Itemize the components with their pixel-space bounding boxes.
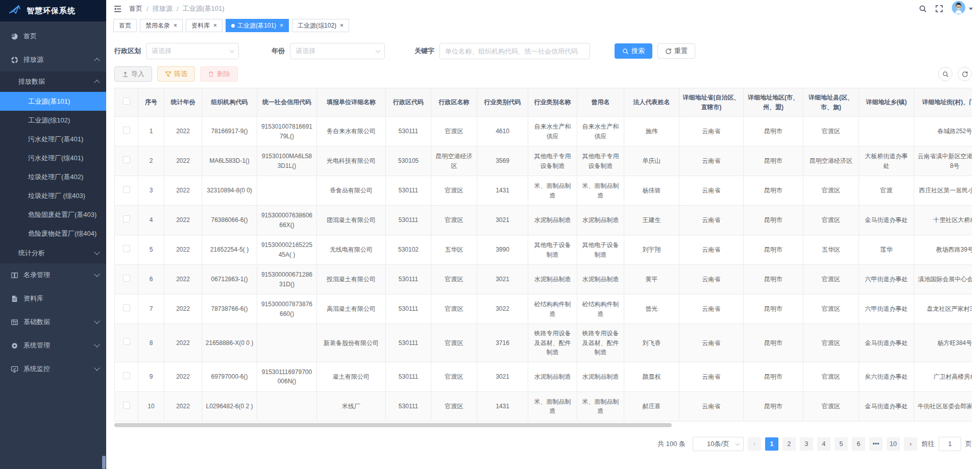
sidebar-item-0[interactable]: 首页: [0, 24, 106, 48]
row-checkbox[interactable]: [123, 156, 130, 163]
sidebar-item-8[interactable]: 垃圾处理厂 (综403): [0, 186, 106, 205]
sidebar-item-4[interactable]: 工业源(综102): [0, 111, 106, 130]
table-cell: 昆明市: [744, 176, 803, 206]
row-checkbox[interactable]: [123, 402, 130, 409]
sidebar-item-12[interactable]: 名录管理: [0, 263, 106, 287]
sidebar-item-11[interactable]: 统计分析: [0, 243, 106, 263]
sidebar-item-6[interactable]: 污水处理厂(综401): [0, 149, 106, 167]
table-cell: 其他电子专用设备制造: [577, 146, 624, 176]
close-icon[interactable]: ×: [213, 22, 217, 29]
table-cell: 米、面制品制造: [528, 391, 577, 421]
row-checkbox[interactable]: [123, 127, 130, 134]
table-cell: 盘龙社区严家村34号: [914, 294, 972, 324]
table-cell: 官渡区: [431, 391, 477, 421]
sidebar-item-label: 排放源: [23, 55, 43, 64]
book-icon: [10, 271, 18, 279]
row-checkbox[interactable]: [123, 338, 130, 345]
table-cell: 金马街道办事处: [859, 206, 914, 235]
row-checkbox[interactable]: [123, 186, 130, 193]
table-cell: 1431: [477, 391, 528, 421]
column-header-9: 曾用名: [577, 88, 624, 117]
table-cell: 530111: [386, 265, 431, 294]
region-select[interactable]: 请选择: [146, 43, 239, 59]
row-checkbox[interactable]: [123, 245, 130, 252]
prev-page-button[interactable]: ‹: [748, 437, 761, 451]
table-cell: 大板桥街道办事处: [859, 146, 914, 176]
select-all-checkbox[interactable]: [123, 97, 130, 105]
collapse-menu-icon[interactable]: [113, 5, 122, 13]
table-cell: 官渡区: [431, 117, 477, 146]
year-select[interactable]: 请选择: [290, 43, 385, 59]
close-icon[interactable]: ×: [280, 22, 283, 29]
table-cell: 云南省: [679, 235, 744, 265]
row-checkbox[interactable]: [123, 275, 130, 282]
sidebar: 智慧环保系统 首页排放源排放数据工业源(基101)工业源(综102)污水处理厂(…: [0, 0, 106, 469]
page-button-10[interactable]: 10: [887, 437, 900, 451]
next-page-button[interactable]: ›: [904, 437, 917, 451]
search-icon[interactable]: [919, 5, 927, 13]
table-cell: 牛街社区居委会郎家村40号: [914, 391, 972, 421]
column-search-icon[interactable]: [938, 67, 952, 81]
tab-3[interactable]: 工业源(基101)×: [226, 19, 289, 32]
reset-button[interactable]: 重置: [657, 43, 695, 59]
keyword-input[interactable]: [439, 43, 590, 59]
table-cell: 官渡区: [803, 117, 859, 146]
page-button-1[interactable]: 1: [765, 437, 778, 451]
sidebar-item-10[interactable]: 危险废物处置厂(综404): [0, 224, 106, 243]
row-checkbox[interactable]: [123, 304, 130, 311]
close-icon[interactable]: ×: [340, 22, 344, 29]
page-button-2[interactable]: 2: [782, 437, 796, 451]
table-cell: 1431: [477, 176, 528, 206]
sidebar-item-5[interactable]: 污水处理厂(基401): [0, 130, 106, 149]
sidebar-item-2[interactable]: 排放数据: [0, 71, 106, 92]
page-size-select[interactable]: 10条/页: [693, 437, 744, 451]
delete-button[interactable]: 删除: [200, 66, 238, 82]
main-area: 首页/排放源/工业源(基101) 首页禁用名录×资料库×工业源(基101)×工业…: [106, 0, 980, 469]
page-button-4[interactable]: 4: [817, 437, 830, 451]
sidebar-scrollbar-thumb[interactable]: [102, 456, 106, 469]
filter-button[interactable]: 筛选: [157, 66, 195, 82]
sidebar-item-1[interactable]: 排放源: [0, 48, 106, 71]
tab-2[interactable]: 资料库×: [186, 19, 223, 32]
horizontal-scrollbar-thumb[interactable]: [114, 423, 672, 427]
table-cell: 76386066-6(): [202, 206, 257, 235]
search-button[interactable]: 搜索: [615, 43, 652, 59]
table-cell: 4: [138, 206, 164, 235]
sidebar-item-16[interactable]: 系统监控: [0, 357, 106, 381]
sidebar-item-9[interactable]: 危险固废处置厂(基403): [0, 205, 106, 224]
table-cell: 滇池国际会展中心会展北路: [914, 265, 972, 294]
table-cell: 530111: [386, 176, 431, 206]
breadcrumb-item-0[interactable]: 首页: [129, 4, 142, 13]
sidebar-item-14[interactable]: 基础数据: [0, 310, 106, 334]
user-menu[interactable]: [951, 1, 973, 17]
more-pages-button[interactable]: •••: [869, 437, 883, 451]
row-checkbox[interactable]: [123, 372, 130, 379]
page-button-3[interactable]: 3: [800, 437, 813, 451]
fullscreen-icon[interactable]: [935, 5, 943, 13]
table-cell: 刘宇翔: [624, 235, 679, 265]
column-header-2: 组织机构代码: [202, 88, 257, 117]
page-button-5[interactable]: 5: [835, 437, 848, 451]
goto-page-input[interactable]: [939, 437, 961, 451]
table-cell: 8: [138, 324, 164, 362]
sidebar-item-3[interactable]: 工业源(基101): [0, 92, 106, 111]
tab-0[interactable]: 首页: [113, 19, 137, 32]
tab-4[interactable]: 工业源(综102)×: [292, 19, 349, 32]
table-cell: 云南省: [679, 146, 744, 176]
import-button[interactable]: 导入: [114, 66, 152, 82]
table-cell: 施伟: [624, 117, 679, 146]
avatar[interactable]: [951, 1, 966, 17]
tab-1[interactable]: 禁用名录×: [140, 19, 183, 32]
table-row: 6202206712863-1()91530000067128631D()投混凝…: [115, 265, 972, 294]
sidebar-item-13[interactable]: 资料库: [0, 287, 106, 310]
refresh-icon[interactable]: [958, 67, 972, 81]
breadcrumb-item-1[interactable]: 排放源: [153, 4, 173, 13]
close-icon[interactable]: ×: [174, 22, 177, 29]
table-cell: 米线厂: [317, 391, 386, 421]
sidebar-item-7[interactable]: 垃圾处理厂(基402): [0, 167, 106, 186]
page-button-6[interactable]: 6: [852, 437, 865, 451]
row-checkbox[interactable]: [123, 215, 130, 223]
table-cell: 7: [138, 294, 164, 324]
table-cell: 金马街道办事处: [859, 391, 914, 421]
sidebar-item-15[interactable]: 系统管理: [0, 334, 106, 357]
